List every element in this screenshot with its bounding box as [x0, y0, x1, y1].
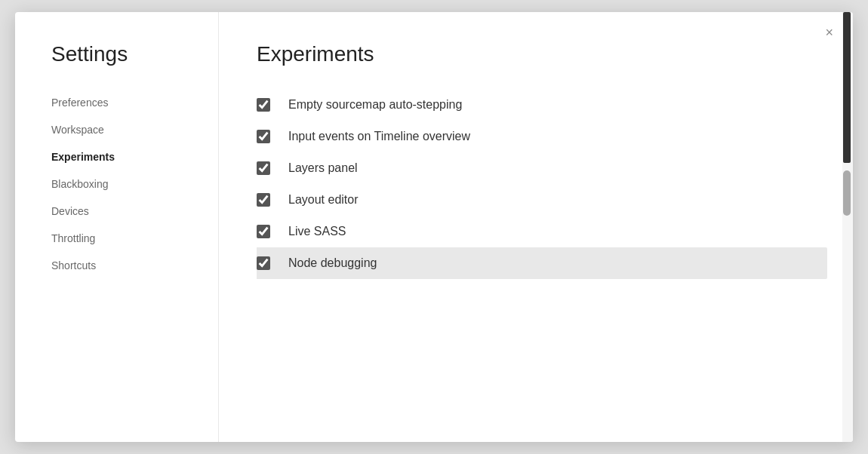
experiment-label-node-debugging: Node debugging: [288, 256, 377, 270]
experiments-scroll[interactable]: Empty sourcemap auto-steppingInput event…: [257, 89, 842, 427]
experiment-checkbox-input-events[interactable]: [257, 130, 270, 143]
scrollbar-thumb-top: [843, 12, 851, 163]
sidebar-title: Settings: [15, 42, 218, 89]
sidebar-item-experiments[interactable]: Experiments: [15, 143, 218, 170]
scrollbar-thumb-bottom: [843, 170, 851, 216]
close-button[interactable]: ×: [820, 24, 838, 41]
experiment-item-layout-editor: Layout editor: [257, 184, 827, 216]
experiment-label-empty-sourcemap: Empty sourcemap auto-stepping: [288, 98, 462, 112]
sidebar-item-workspace[interactable]: Workspace: [15, 116, 218, 143]
scrollbar-area: [842, 12, 853, 442]
main-content: Experiments Empty sourcemap auto-steppin…: [219, 12, 842, 442]
experiment-item-input-events: Input events on Timeline overview: [257, 121, 827, 152]
experiment-item-empty-sourcemap: Empty sourcemap auto-stepping: [257, 89, 827, 121]
experiment-item-layers-panel: Layers panel: [257, 152, 827, 184]
sidebar-item-preferences[interactable]: Preferences: [15, 89, 218, 116]
experiment-checkbox-layout-editor[interactable]: [257, 193, 270, 207]
experiment-checkbox-node-debugging[interactable]: [257, 256, 270, 270]
experiment-item-live-sass: Live SASS: [257, 216, 827, 247]
experiment-label-input-events: Input events on Timeline overview: [288, 130, 470, 143]
sidebar-item-throttling[interactable]: Throttling: [15, 225, 218, 252]
sidebar-item-shortcuts[interactable]: Shortcuts: [15, 252, 218, 279]
experiments-list: Empty sourcemap auto-steppingInput event…: [257, 89, 842, 427]
experiment-label-layout-editor: Layout editor: [288, 193, 359, 207]
experiment-label-live-sass: Live SASS: [288, 225, 346, 238]
experiments-items: Empty sourcemap auto-steppingInput event…: [257, 89, 827, 279]
settings-dialog: × Settings PreferencesWorkspaceExperimen…: [15, 12, 853, 442]
sidebar-nav: PreferencesWorkspaceExperimentsBlackboxi…: [15, 89, 218, 279]
dialog-body: Settings PreferencesWorkspaceExperiments…: [15, 12, 853, 442]
experiment-checkbox-live-sass[interactable]: [257, 225, 270, 238]
section-title: Experiments: [257, 42, 842, 66]
experiment-checkbox-layers-panel[interactable]: [257, 161, 270, 175]
sidebar-item-devices[interactable]: Devices: [15, 198, 218, 225]
experiment-label-layers-panel: Layers panel: [288, 161, 358, 175]
experiment-checkbox-empty-sourcemap[interactable]: [257, 98, 270, 112]
experiment-item-node-debugging: Node debugging: [257, 247, 827, 279]
sidebar-item-blackboxing[interactable]: Blackboxing: [15, 170, 218, 198]
sidebar: Settings PreferencesWorkspaceExperiments…: [15, 12, 219, 442]
